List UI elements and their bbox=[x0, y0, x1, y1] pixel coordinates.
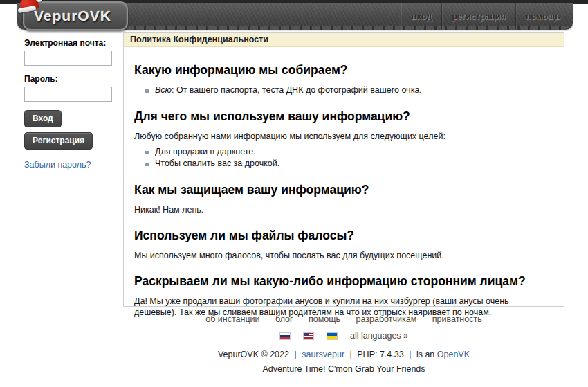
page-title: Политика Конфиденциальности bbox=[130, 35, 268, 44]
footer-link-about-instance[interactable]: об инстанции bbox=[205, 314, 259, 324]
section-heading: Как мы защищаем вашу информацию? bbox=[134, 183, 551, 197]
header-bar: VepurOVK вход регистрация помощь bbox=[17, 3, 573, 30]
section-heading: Раскрываем ли мы какую-либо информацию с… bbox=[134, 274, 551, 289]
copyright-text: VepurOVK © 2022 bbox=[218, 350, 289, 359]
footer-link-blog[interactable]: блог bbox=[275, 314, 293, 324]
footer-link-developers[interactable]: разработчикам bbox=[356, 314, 417, 324]
forgot-password-link[interactable]: Забыли пароль? bbox=[24, 160, 91, 170]
author-link[interactable]: saursvepur bbox=[302, 350, 344, 359]
site-logo[interactable]: VepurOVK bbox=[23, 1, 128, 30]
login-sidebar: Электронная почта: Пароль: Вход Регистра… bbox=[24, 38, 114, 170]
footer: об инстанции блог помощь разработчикам п… bbox=[123, 312, 564, 374]
content-box: Политика Конфиденциальности Какую информ… bbox=[123, 32, 564, 307]
copyright-line: VepurOVK © 2022 | saursvepur | PHP: 7.4.… bbox=[123, 350, 564, 359]
openvk-link[interactable]: OpenVK bbox=[437, 350, 470, 359]
privacy-policy-content: Какую информацию мы собираем? Всю: От ва… bbox=[124, 47, 564, 318]
is-an-text: is an bbox=[416, 350, 434, 359]
password-field[interactable] bbox=[24, 87, 112, 102]
bullet-list: Для продажи в даркнете. Чтобы спалить ва… bbox=[134, 146, 551, 170]
list-item-text: : От вашего паспорта, теста ДНК до фотог… bbox=[172, 85, 422, 95]
footer-links: об инстанции блог помощь разработчикам п… bbox=[123, 312, 564, 325]
list-item: Для продажи в даркнете. bbox=[134, 146, 551, 158]
nav-item-register[interactable]: регистрация bbox=[441, 3, 515, 30]
footer-link-privacy[interactable]: приватность bbox=[432, 314, 482, 324]
logo-text: VepurOVK bbox=[34, 8, 111, 24]
ukraine-flag-icon[interactable] bbox=[327, 332, 338, 340]
password-label: Пароль: bbox=[24, 74, 114, 84]
list-item: Чтобы спалить вас за дрочкой. bbox=[134, 158, 551, 170]
section-text: Мы используем много фалосов, чтобы посла… bbox=[134, 250, 551, 261]
register-button[interactable]: Регистрация bbox=[24, 132, 93, 150]
footer-link-help[interactable]: помощь bbox=[309, 314, 340, 324]
all-languages-link[interactable]: all languages » bbox=[350, 331, 408, 341]
php-version: PHP: 7.4.33 bbox=[357, 350, 403, 359]
language-row: all languages » bbox=[123, 331, 564, 341]
usa-flag-icon[interactable] bbox=[303, 332, 314, 340]
list-item: Всю: От вашего паспорта, теста ДНК до фо… bbox=[134, 84, 551, 96]
section-heading: Для чего мы используем вашу информацию? bbox=[134, 109, 551, 124]
section-heading: Используем ли мы файлы фалосы? bbox=[134, 228, 551, 243]
section-text: Никак! Нам лень. bbox=[134, 204, 551, 215]
section-intro: Любую собранную нами информацию мы испол… bbox=[134, 131, 551, 142]
nav-item-help[interactable]: помощь bbox=[515, 3, 570, 30]
section-heading: Какую информацию мы собираем? bbox=[134, 63, 551, 78]
tagline: Adventure Time! C'mon Grab Your Friends bbox=[123, 364, 564, 374]
login-button[interactable]: Вход bbox=[24, 110, 62, 127]
bullet-list: Всю: От вашего паспорта, теста ДНК до фо… bbox=[134, 84, 551, 96]
list-item-emphasis: Всю bbox=[155, 85, 172, 95]
header-nav: вход регистрация помощь bbox=[401, 3, 570, 30]
russian-flag-icon[interactable] bbox=[279, 332, 291, 340]
page-title-bar: Политика Конфиденциальности bbox=[124, 33, 564, 47]
email-field[interactable] bbox=[24, 51, 112, 66]
nav-item-login[interactable]: вход bbox=[401, 3, 441, 30]
email-label: Электронная почта: bbox=[24, 38, 114, 48]
